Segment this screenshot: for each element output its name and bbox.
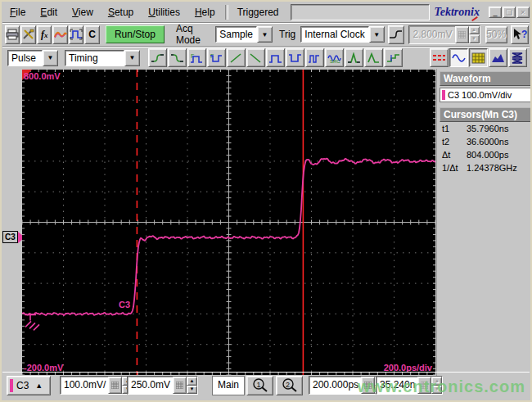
keypad-icon[interactable] <box>108 377 122 394</box>
offset-spinner[interactable]: 250.0mV ▲▼ <box>127 376 198 395</box>
measure-fall-slope-button[interactable] <box>246 48 265 67</box>
spin-up-button[interactable]: ▲ <box>469 26 480 35</box>
color-grade-button[interactable] <box>469 48 488 67</box>
cursor-inv-dt-value: 1.24378GHz <box>467 163 531 173</box>
colorgrade-icon <box>471 52 485 64</box>
print-button[interactable] <box>5 25 20 44</box>
menu-utilities[interactable]: Utilities <box>141 4 187 20</box>
main-timebase-indicator[interactable]: Main <box>212 376 245 395</box>
svg-text:SRC: SRC <box>330 59 340 64</box>
measure-burst-button[interactable]: SRC <box>325 48 344 67</box>
menu-view[interactable]: View <box>65 4 101 20</box>
measure-neg-pulse-button[interactable] <box>286 48 304 67</box>
zoom2-button[interactable]: 2 <box>276 376 303 395</box>
menu-edit[interactable]: Edit <box>33 4 65 20</box>
measure-pos-peak-button[interactable] <box>345 48 363 67</box>
measure-pos-pulse-button[interactable] <box>266 48 285 67</box>
context-help-button[interactable]: ? <box>511 25 529 44</box>
tools-button[interactable] <box>20 25 35 44</box>
cursors-toggle-button[interactable] <box>430 48 449 67</box>
svg-text:2: 2 <box>286 380 290 388</box>
c-icon: C <box>88 29 96 40</box>
mask-icon <box>511 52 525 64</box>
spin-down-button[interactable]: ▼ <box>469 34 480 43</box>
measure-setup-hold-button[interactable] <box>384 48 403 67</box>
channel-color-bar <box>10 379 13 392</box>
trace-c3-label: C3 <box>119 300 130 309</box>
measure-pos-glitch-button[interactable] <box>305 48 324 67</box>
pulse-capture-button[interactable] <box>69 25 83 44</box>
cursor-dt-label: Δt <box>442 150 467 160</box>
rise-slope-icon <box>229 52 243 64</box>
cursor-row-inv-dt: 1/Δt 1.24378GHz <box>437 161 532 174</box>
chevron-down-icon[interactable]: ▼ <box>124 50 140 66</box>
measure-pos-width-button[interactable]: F <box>187 48 206 67</box>
spin-up-button[interactable]: ▲ <box>187 377 197 386</box>
measure-class-select[interactable]: Pulse ▼ <box>7 50 58 66</box>
measure-neg-peak-button[interactable] <box>364 48 383 67</box>
oscilloscope-app-window: File Edit View Setup Utilities Help Trig… <box>0 0 532 402</box>
tools-icon <box>22 29 35 40</box>
print-icon <box>6 29 19 40</box>
keypad-icon[interactable] <box>455 26 469 43</box>
neg-pulse-icon <box>288 52 302 64</box>
magnifier-2-icon: 2 <box>281 377 299 395</box>
measure-group-value: Timing <box>65 50 124 66</box>
cursor-t2-value: 36.6000ns <box>467 137 531 147</box>
rising-slope-icon <box>389 29 404 40</box>
volts-per-div-value: 100.0mV/ <box>61 377 108 394</box>
trig-source-select[interactable]: Internal Clock ▼ <box>300 26 384 43</box>
c-button[interactable]: C <box>84 25 99 44</box>
cursor-dt-value: 804.000ps <box>467 150 531 160</box>
acq-mode-label: Acq Mode <box>176 23 210 46</box>
waveform-canvas <box>22 70 435 375</box>
measure-neg-width-button[interactable]: F <box>207 48 226 67</box>
cursor-inv-dt-label: 1/Δt <box>442 163 467 173</box>
trig-level-spinner[interactable]: 2.800mV ▲▼ <box>408 25 480 44</box>
chevron-down-icon[interactable]: ▼ <box>43 50 58 66</box>
histogram-button[interactable] <box>489 48 507 67</box>
measure-group-select[interactable]: Timing ▼ <box>65 50 140 66</box>
acq-mode-select[interactable]: Sample ▼ <box>215 26 273 43</box>
keypad-icon[interactable] <box>173 377 187 394</box>
channel-c3-button[interactable]: C3 ▲ <box>7 376 51 395</box>
cursor-row-t1: t1 35.7960ns <box>437 122 532 135</box>
mask-test-button[interactable] <box>508 48 527 67</box>
measure-rise-slope-button[interactable] <box>227 48 246 67</box>
chevron-up-icon: ▲ <box>35 382 43 390</box>
measure-toolbar: Pulse ▼ Timing ▼ F F SRC <box>2 47 530 69</box>
trig-slope-button[interactable] <box>388 25 405 44</box>
svg-text:?: ? <box>521 29 527 40</box>
close-button[interactable]: × <box>516 7 530 18</box>
fall-curve-icon <box>170 52 184 64</box>
help-pointer-icon: ? <box>512 28 528 41</box>
step-icon <box>386 52 400 64</box>
math-fx-button[interactable]: fx <box>37 25 52 44</box>
trig-50pct-button[interactable]: 50% <box>485 26 507 43</box>
pos-pulse-icon <box>268 52 282 64</box>
spin-down-button[interactable]: ▼ <box>187 386 197 395</box>
waveform-button[interactable] <box>52 25 67 44</box>
zoom1-button[interactable]: 1 <box>246 376 273 395</box>
measure-fall-time-button[interactable] <box>168 48 187 67</box>
restore-button[interactable]: ❏ <box>503 7 516 18</box>
run-stop-button[interactable]: Run/Stop <box>106 25 165 43</box>
chevron-down-icon[interactable]: ▼ <box>369 26 385 43</box>
chevron-down-icon[interactable]: ▼ <box>257 26 273 43</box>
pos-width-f-icon: F <box>190 52 204 64</box>
volts-per-div-spinner[interactable]: 100.0mV/ ▲▼ <box>60 376 133 395</box>
channel-c3-marker[interactable]: C3 <box>2 231 25 243</box>
graticule: 800.0mV -200.0mV 200.0ps/div C3 <box>22 70 435 375</box>
menu-setup[interactable]: Setup <box>101 4 141 20</box>
menu-file[interactable]: File <box>2 4 33 20</box>
waveform-view-button[interactable] <box>449 48 468 67</box>
magnifier-1-icon: 1 <box>251 377 269 395</box>
cursors-icon <box>432 52 446 64</box>
readout-panel: Waveform C3 100.0mV/div Cursors(Mn C3) t… <box>436 69 532 376</box>
waveform-channel-row[interactable]: C3 100.0mV/div <box>440 88 532 102</box>
measure-rise-time-button[interactable] <box>148 48 167 67</box>
trig-level-value: 2.800mV <box>409 26 454 43</box>
channel-button-label: C3 <box>16 380 29 391</box>
minimize-button[interactable]: _ <box>489 7 502 18</box>
menu-help[interactable]: Help <box>187 4 223 20</box>
